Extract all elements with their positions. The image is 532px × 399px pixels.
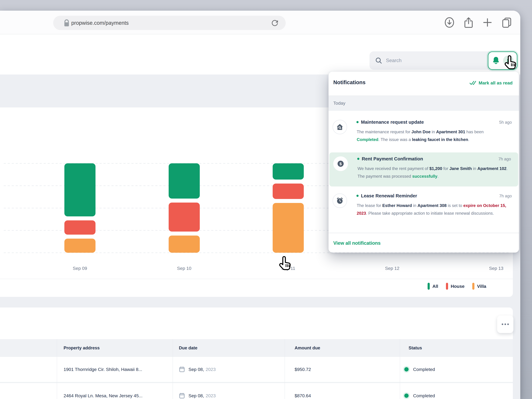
table-row[interactable]: 2464 Royal Ln. Mesa, New Jersey 45...Sep… (0, 383, 513, 399)
notifications-popover: Notifications Mark all as read Today Mai… (329, 72, 519, 253)
x-axis-label: Sep 12 (372, 266, 412, 271)
table-row[interactable]: 1901 Thornridge Cir. Shiloh, Hawaii 8...… (0, 357, 513, 382)
bar-segment-villa-sep-09[interactable] (64, 239, 95, 253)
payments-table-card: Property addressDue dateAmount dueStatus… (0, 308, 513, 399)
column-border (400, 339, 400, 399)
legend-label: All (432, 284, 438, 289)
legend-swatch (446, 283, 448, 290)
view-all-notifications-link[interactable]: View all notifications (333, 240, 380, 246)
legend-swatch (472, 283, 475, 290)
legend-swatch (428, 283, 430, 290)
table-header-row: Property addressDue dateAmount dueStatus (0, 339, 513, 357)
legend-label: House (451, 284, 465, 289)
download-icon[interactable] (444, 17, 455, 28)
column-border (285, 339, 285, 399)
x-axis-label: Sep 13 (476, 266, 516, 271)
cell-status: Completed (404, 357, 435, 382)
table-more-options-button[interactable] (497, 316, 513, 333)
notification-time: 7h ago (498, 157, 511, 161)
browser-window: propwise.com/payments (0, 11, 520, 399)
status-label: Completed (413, 367, 435, 372)
row-separator (0, 382, 513, 383)
notification-body: We have received the rent payment of $1,… (357, 165, 508, 180)
column-border (57, 339, 57, 399)
due-date-text: Sep 08, (189, 393, 204, 398)
unread-dot (356, 195, 359, 197)
due-date-year: 2023 (206, 367, 216, 372)
double-check-icon (469, 80, 476, 86)
notification-body: The lease for Esther Howard in Apartment… (357, 202, 507, 217)
search-box[interactable] (369, 51, 493, 70)
column-header-status: Status (409, 339, 422, 357)
share-icon[interactable] (464, 17, 474, 28)
notification-item[interactable]: Lease Renewal Reminder7h agoThe lease fo… (329, 189, 519, 229)
notifications-section-today: Today (329, 96, 519, 111)
bar-segment-house-sep-10[interactable] (169, 203, 200, 232)
due-date-year: 2023 (206, 393, 216, 398)
cell-amount-due: $870.64 (295, 383, 311, 399)
screen: propwise.com/payments (0, 0, 532, 399)
mark-all-label: Mark all as read (479, 80, 513, 86)
notification-title-row: Rent Payment Confirmation (357, 156, 423, 161)
dollar-icon: $ (333, 156, 348, 171)
notification-title: Lease Renewal Reminder (361, 193, 417, 198)
unread-dot (357, 158, 359, 160)
status-completed-icon (404, 393, 409, 398)
calendar-icon (179, 366, 185, 373)
legend-item-house[interactable]: House (446, 283, 465, 290)
search-input[interactable] (386, 57, 479, 63)
x-axis-label: Sep 09 (60, 266, 100, 271)
legend-label: Villa (477, 284, 486, 289)
bar-segment-villa-sep-11[interactable] (273, 203, 304, 253)
notification-body: The maintenance request for John Doe in … (357, 128, 507, 143)
notification-time: 5h ago (499, 120, 512, 125)
notification-item[interactable]: Maintenance request update5h agoThe main… (329, 116, 519, 151)
notification-title-row: Maintenance request update (356, 120, 424, 125)
legend-item-villa[interactable]: Villa (472, 283, 486, 290)
notification-title-row: Lease Renewal Reminder (356, 193, 417, 198)
legend-item-all[interactable]: All (428, 283, 438, 290)
notifications-footer-divider (329, 233, 519, 233)
new-tab-icon[interactable] (482, 18, 492, 27)
notifications-title: Notifications (333, 79, 366, 85)
chart-legend-divider (0, 279, 513, 279)
chart-legend: AllHouseVilla (428, 283, 486, 290)
bar-segment-house-sep-11[interactable] (273, 184, 304, 199)
calendar-icon (179, 393, 185, 399)
bell-icon (492, 56, 500, 65)
cell-amount-due: $950.72 (295, 357, 311, 382)
notification-item[interactable]: $Rent Payment Confirmation7h agoWe have … (329, 152, 518, 186)
bar-segment-all-sep-10[interactable] (169, 163, 200, 199)
tabs-icon[interactable] (501, 17, 512, 28)
column-header-amount-due: Amount due (295, 339, 320, 357)
bar-segment-all-sep-09[interactable] (64, 163, 95, 216)
cell-status: Completed (404, 383, 435, 399)
column-header-due-date: Due date (179, 339, 197, 357)
reload-icon[interactable] (271, 19, 279, 27)
notification-title: Rent Payment Confirmation (362, 156, 423, 161)
bar-segment-villa-sep-10[interactable] (169, 235, 200, 253)
unread-dot (356, 121, 359, 123)
app-header: 8 (0, 35, 520, 75)
svg-text:$: $ (340, 162, 342, 166)
bar-segment-all-sep-11[interactable] (273, 163, 304, 180)
mouse-cursor-on-bell (504, 55, 519, 71)
x-axis-label: Sep 10 (164, 266, 204, 271)
cell-property-address: 2464 Royal Ln. Mesa, New Jersey 45... (63, 383, 142, 399)
home-search-icon (333, 120, 347, 134)
cell-due-date: Sep 08,2023 (179, 357, 216, 382)
notification-title: Maintenance request update (361, 120, 424, 125)
column-border (173, 339, 173, 399)
address-bar[interactable]: propwise.com/payments (53, 16, 286, 30)
search-icon (375, 57, 382, 64)
due-date-text: Sep 08, (189, 367, 204, 372)
bar-segment-house-sep-09[interactable] (64, 220, 95, 234)
url-text[interactable]: propwise.com/payments (71, 16, 129, 30)
cell-property-address: 1901 Thornridge Cir. Shiloh, Hawaii 8... (63, 357, 142, 382)
mark-all-as-read-button[interactable]: Mark all as read (469, 80, 513, 86)
status-completed-icon (404, 367, 409, 372)
lock-icon (63, 19, 70, 27)
status-label: Completed (413, 393, 435, 398)
cell-due-date: Sep 08,2023 (179, 383, 216, 399)
column-header-property-address: Property address (63, 339, 100, 357)
